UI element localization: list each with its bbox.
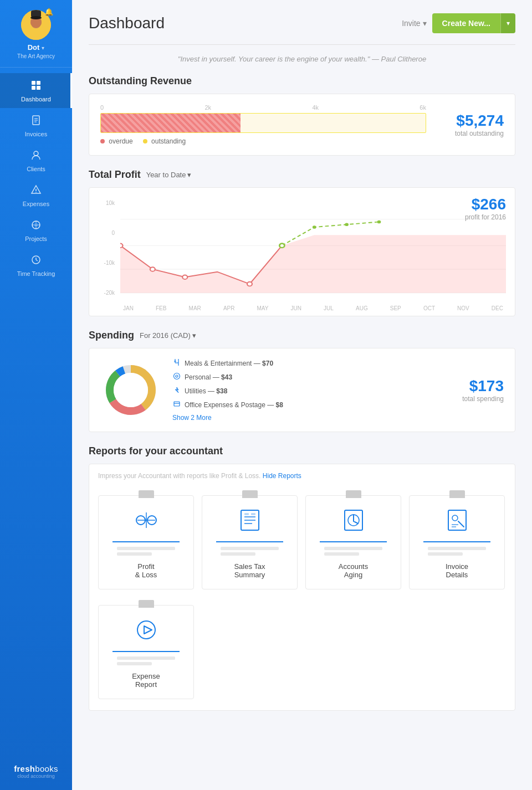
sidebar-item-dashboard[interactable]: Dashboard bbox=[0, 73, 72, 108]
profit-title: Total Profit bbox=[89, 169, 141, 181]
report-accounts-aging[interactable]: AccountsAging bbox=[305, 495, 401, 589]
profit-loss-icon-wrap bbox=[131, 505, 162, 536]
svg-point-33 bbox=[182, 275, 187, 279]
svg-rect-8 bbox=[32, 86, 35, 90]
svg-point-49 bbox=[174, 373, 180, 379]
reports-section: Reports for your accountant Impress your… bbox=[89, 445, 515, 711]
svg-line-26 bbox=[36, 260, 38, 261]
outstanding-revenue-card: 0 2k 4k 6k overdue bbox=[89, 94, 515, 156]
sidebar-item-invoices[interactable]: Invoices bbox=[0, 108, 72, 143]
report-sales-tax-label: Sales TaxSummary bbox=[234, 562, 265, 579]
expenses-icon bbox=[30, 184, 42, 198]
report-divider bbox=[216, 541, 283, 542]
spending-card: Meals & Entertainment — $70 Personal — $… bbox=[89, 348, 515, 432]
report-sales-tax[interactable]: Sales TaxSummary bbox=[202, 495, 298, 589]
report-line-2 bbox=[117, 662, 152, 665]
spending-item-office: Office Expenses & Postage — $8 bbox=[172, 400, 432, 409]
svg-point-34 bbox=[247, 282, 252, 286]
user-dropdown-icon[interactable]: ▾ bbox=[42, 45, 44, 51]
create-new-group: Create New... ▾ bbox=[432, 13, 515, 33]
invoice-details-icon bbox=[444, 507, 470, 533]
invoices-nav-label: Invoices bbox=[25, 131, 47, 137]
page-header: Dashboard Invite ▾ Create New... ▾ bbox=[89, 13, 515, 33]
sales-tax-icon-wrap bbox=[234, 505, 265, 536]
revenue-amount: $5,274 bbox=[437, 112, 504, 130]
profit-period-button[interactable]: Year to Date ▾ bbox=[146, 171, 192, 179]
svg-point-38 bbox=[377, 220, 381, 224]
sidebar-item-clients[interactable]: Clients bbox=[0, 143, 72, 178]
spending-item-utilities: Utilities — $38 bbox=[172, 386, 432, 396]
svg-rect-6 bbox=[32, 81, 35, 85]
spending-total: $173 total spending bbox=[443, 377, 504, 403]
reports-card: Impress your Accountant with reports lik… bbox=[89, 464, 515, 711]
expenses-nav-label: Expenses bbox=[23, 201, 49, 207]
profit-loss-icon bbox=[133, 507, 160, 533]
invite-chevron-icon: ▾ bbox=[423, 19, 427, 28]
overdue-dot bbox=[100, 139, 105, 143]
report-lines bbox=[324, 547, 383, 556]
revenue-total: $5,274 total outstanding bbox=[437, 112, 504, 137]
create-new-dropdown-button[interactable]: ▾ bbox=[500, 13, 515, 33]
report-invoice-details[interactable]: InvoiceDetails bbox=[409, 495, 505, 589]
report-line-1 bbox=[117, 547, 176, 550]
sidebar-item-expenses[interactable]: Expenses bbox=[0, 178, 72, 213]
report-profit-loss-label: Profit& Loss bbox=[135, 562, 157, 579]
show-more-spending-button[interactable]: Show 2 More bbox=[172, 414, 432, 422]
report-lines bbox=[117, 547, 176, 556]
dashboard-nav-label: Dashboard bbox=[21, 96, 51, 102]
sidebar-item-projects[interactable]: Projects bbox=[0, 213, 72, 248]
sidebar-item-time-tracking[interactable]: Time Tracking bbox=[0, 248, 72, 283]
report-line-2 bbox=[221, 552, 255, 556]
freshbooks-logo: freshbooks cloud accounting bbox=[14, 747, 58, 779]
spending-legend: Meals & Entertainment — $70 Personal — $… bbox=[172, 358, 432, 422]
report-line-2 bbox=[117, 552, 152, 556]
outstanding-revenue-section: Outstanding Revenue 0 2k 4k 6k bbox=[89, 75, 515, 156]
time-tracking-icon bbox=[30, 254, 42, 268]
report-expense-report[interactable]: ExpenseReport bbox=[98, 605, 194, 699]
personal-icon bbox=[172, 372, 181, 382]
create-new-button[interactable]: Create New... bbox=[432, 13, 500, 33]
report-line-1 bbox=[324, 547, 383, 550]
sales-tax-icon bbox=[237, 507, 263, 533]
notification-bell-icon[interactable]: 🔔 bbox=[44, 8, 53, 16]
page-title: Dashboard bbox=[89, 14, 165, 32]
time-tracking-nav-label: Time Tracking bbox=[17, 270, 55, 277]
revenue-axis-labels: 0 2k 4k 6k bbox=[100, 104, 426, 111]
revenue-label: total outstanding bbox=[437, 130, 504, 137]
spending-amount: $173 bbox=[443, 377, 504, 395]
revenue-bar-track bbox=[100, 113, 426, 133]
svg-line-67 bbox=[458, 521, 464, 527]
profit-svg-chart bbox=[120, 196, 506, 301]
motivational-quote: "Invest in yourself. Your career is the … bbox=[89, 55, 515, 63]
report-expense-report-label: ExpenseReport bbox=[132, 672, 160, 689]
spending-item-meals: Meals & Entertainment — $70 bbox=[172, 358, 432, 368]
expense-report-icon-wrap bbox=[131, 614, 162, 645]
spending-item-personal: Personal — $43 bbox=[172, 372, 432, 382]
company-label: The Art Agency bbox=[17, 53, 55, 59]
profit-period-label: profit for 2016 bbox=[465, 213, 506, 221]
svg-rect-62 bbox=[251, 513, 255, 515]
spending-title: Spending bbox=[89, 330, 134, 341]
avatar-wrap: 🔔 bbox=[21, 10, 51, 40]
svg-point-36 bbox=[313, 225, 316, 229]
hide-reports-link[interactable]: Hide Reports bbox=[263, 472, 301, 480]
svg-point-66 bbox=[452, 515, 458, 521]
report-line-1 bbox=[428, 547, 487, 550]
reports-title: Reports for your accountant bbox=[89, 445, 515, 457]
svg-point-31 bbox=[120, 243, 122, 248]
clients-icon bbox=[30, 150, 42, 163]
header-divider bbox=[89, 44, 515, 45]
invite-button[interactable]: Invite ▾ bbox=[402, 19, 426, 28]
report-clip bbox=[139, 600, 154, 608]
report-profit-loss[interactable]: Profit& Loss bbox=[98, 495, 194, 589]
profit-chart: $266 profit for 2016 bbox=[120, 196, 506, 311]
spending-period-button[interactable]: For 2016 (CAD) ▾ bbox=[140, 331, 196, 340]
accounts-aging-icon-wrap bbox=[338, 505, 369, 536]
sidebar-profile: 🔔 Dot ▾ The Art Agency bbox=[0, 0, 72, 68]
spending-label: total spending bbox=[443, 395, 504, 403]
profit-section-header: Total Profit Year to Date ▾ bbox=[89, 169, 515, 181]
reports-grid: Profit& Loss bbox=[98, 488, 506, 699]
reports-promo: Impress your Accountant with reports lik… bbox=[98, 472, 506, 480]
svg-point-19 bbox=[35, 224, 37, 226]
clients-nav-label: Clients bbox=[27, 166, 45, 172]
